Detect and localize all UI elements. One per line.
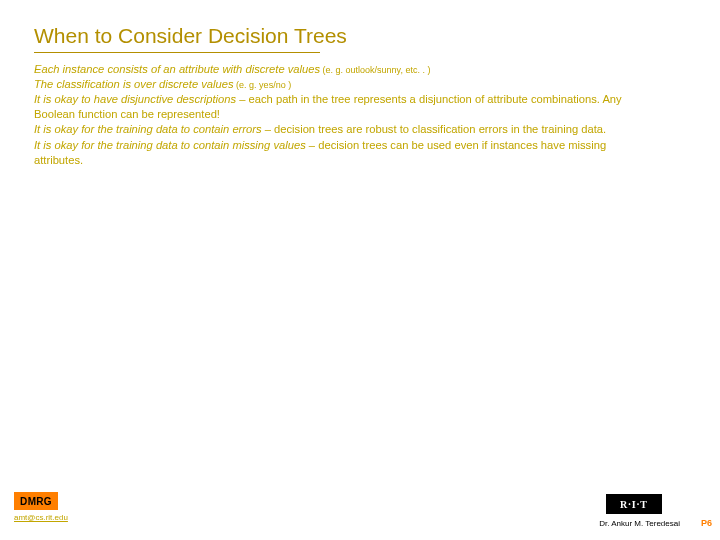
body-text: Each instance consists of an attribute w… (34, 62, 654, 168)
bullet-3-em: It is okay for the training data to cont… (34, 123, 262, 135)
title-underline (34, 52, 320, 53)
slide: When to Consider Decision Trees Each ins… (0, 0, 720, 540)
bullet-4: It is okay for the training data to cont… (34, 138, 654, 168)
bullet-1-small: (e. g. yes/no ) (234, 80, 292, 90)
bullet-4-em: It is okay for the training data to cont… (34, 139, 306, 151)
bullet-0: Each instance consists of an attribute w… (34, 62, 654, 77)
bullet-1: The classification is over discrete valu… (34, 77, 654, 92)
page-number: P6 (701, 518, 712, 528)
bullet-3: It is okay for the training data to cont… (34, 122, 654, 137)
email-link[interactable]: amt@cs.rit.edu (14, 513, 68, 522)
bullet-0-em: Each instance consists of an attribute w… (34, 63, 320, 75)
bullet-0-small: (e. g. outlook/sunny, etc. . ) (320, 65, 430, 75)
dmrg-logo-text: DMRG (20, 496, 52, 507)
bullet-3-rest: – decision trees are robust to classific… (262, 123, 607, 135)
rit-logo-text: R·I·T (620, 499, 648, 510)
bullet-2-em: It is okay to have disjunctive descripti… (34, 93, 236, 105)
bullet-2: It is okay to have disjunctive descripti… (34, 92, 654, 122)
rit-logo: R·I·T (606, 494, 662, 514)
dmrg-logo: DMRG (14, 492, 58, 510)
slide-title: When to Consider Decision Trees (34, 24, 347, 48)
author-name: Dr. Ankur M. Teredesai (599, 519, 680, 528)
bullet-1-em: The classification is over discrete valu… (34, 78, 234, 90)
